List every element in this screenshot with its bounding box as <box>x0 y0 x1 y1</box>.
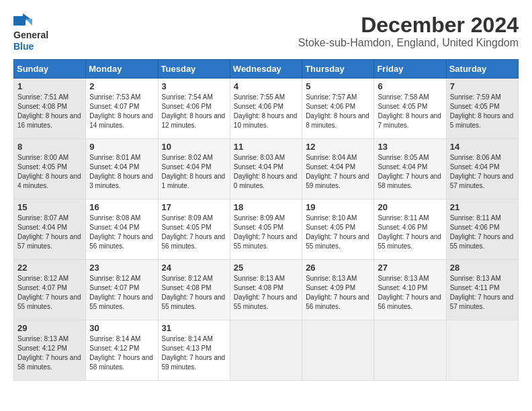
day-info: Sunrise: 8:05 AMSunset: 4:04 PMDaylight:… <box>378 153 442 191</box>
day-number: 2 <box>89 81 154 91</box>
calendar-row: 15Sunrise: 8:07 AMSunset: 4:04 PMDayligh… <box>14 199 519 259</box>
day-info: Sunrise: 8:01 AMSunset: 4:04 PMDaylight:… <box>89 153 154 191</box>
day-number: 22 <box>17 263 82 273</box>
day-info: Sunrise: 8:12 AMSunset: 4:07 PMDaylight:… <box>17 274 82 312</box>
calendar-cell: 12Sunrise: 8:04 AMSunset: 4:04 PMDayligh… <box>302 138 374 199</box>
calendar-row: 22Sunrise: 8:12 AMSunset: 4:07 PMDayligh… <box>14 259 519 320</box>
calendar-cell: 3Sunrise: 7:54 AMSunset: 4:06 PMDaylight… <box>158 78 230 138</box>
day-info: Sunrise: 8:13 AMSunset: 4:09 PMDaylight:… <box>306 274 370 312</box>
day-number: 29 <box>17 323 82 333</box>
day-number: 28 <box>450 263 515 273</box>
calendar-cell: 16Sunrise: 8:08 AMSunset: 4:04 PMDayligh… <box>86 199 158 259</box>
day-number: 24 <box>162 263 226 273</box>
day-info: Sunrise: 8:02 AMSunset: 4:04 PMDaylight:… <box>162 153 226 191</box>
day-info: Sunrise: 8:03 AMSunset: 4:04 PMDaylight:… <box>234 153 298 191</box>
day-number: 14 <box>450 142 515 152</box>
page-header: General Blue December 2024 Stoke-sub-Ham… <box>13 13 519 52</box>
header-saturday: Saturday <box>446 59 518 78</box>
day-info: Sunrise: 8:13 AMSunset: 4:10 PMDaylight:… <box>378 274 442 312</box>
calendar-cell: 31Sunrise: 8:14 AMSunset: 4:13 PMDayligh… <box>158 320 230 380</box>
day-number: 13 <box>378 142 442 152</box>
day-number: 1 <box>17 81 82 91</box>
calendar-cell: 7Sunrise: 7:59 AMSunset: 4:05 PMDaylight… <box>446 78 518 138</box>
day-info: Sunrise: 8:09 AMSunset: 4:05 PMDaylight:… <box>234 214 298 251</box>
header-wednesday: Wednesday <box>230 59 302 78</box>
calendar-cell: 9Sunrise: 8:01 AMSunset: 4:04 PMDaylight… <box>86 138 158 199</box>
day-info: Sunrise: 8:14 AMSunset: 4:13 PMDaylight:… <box>162 334 226 372</box>
day-info: Sunrise: 8:13 AMSunset: 4:08 PMDaylight:… <box>234 274 298 312</box>
calendar-row: 1Sunrise: 7:51 AMSunset: 4:08 PMDaylight… <box>14 78 519 138</box>
header-sunday: Sunday <box>14 59 86 78</box>
svg-marker-2 <box>26 19 32 26</box>
day-info: Sunrise: 7:55 AMSunset: 4:06 PMDaylight:… <box>234 93 298 130</box>
day-number: 9 <box>89 142 154 152</box>
title-block: December 2024 Stoke-sub-Hamdon, England,… <box>298 13 519 49</box>
calendar-cell: 22Sunrise: 8:12 AMSunset: 4:07 PMDayligh… <box>14 259 86 320</box>
day-number: 10 <box>162 142 226 152</box>
day-number: 30 <box>89 323 154 333</box>
calendar-cell <box>446 320 518 380</box>
day-number: 6 <box>378 81 442 91</box>
page-subtitle: Stoke-sub-Hamdon, England, United Kingdo… <box>298 37 519 49</box>
day-number: 12 <box>306 142 370 152</box>
calendar-cell: 5Sunrise: 7:57 AMSunset: 4:06 PMDaylight… <box>302 78 374 138</box>
day-info: Sunrise: 8:06 AMSunset: 4:04 PMDaylight:… <box>450 153 515 191</box>
calendar-cell: 13Sunrise: 8:05 AMSunset: 4:04 PMDayligh… <box>374 138 446 199</box>
day-info: Sunrise: 8:12 AMSunset: 4:08 PMDaylight:… <box>162 274 226 312</box>
day-number: 31 <box>162 323 226 333</box>
day-info: Sunrise: 8:07 AMSunset: 4:04 PMDaylight:… <box>17 214 82 251</box>
day-info: Sunrise: 8:12 AMSunset: 4:07 PMDaylight:… <box>89 274 154 312</box>
header-friday: Friday <box>374 59 446 78</box>
calendar-header-row: SundayMondayTuesdayWednesdayThursdayFrid… <box>14 59 519 78</box>
calendar-cell: 29Sunrise: 8:13 AMSunset: 4:12 PMDayligh… <box>14 320 86 380</box>
header-monday: Monday <box>86 59 158 78</box>
day-number: 20 <box>378 202 442 212</box>
calendar-cell <box>302 320 374 380</box>
calendar-cell: 18Sunrise: 8:09 AMSunset: 4:05 PMDayligh… <box>230 199 302 259</box>
day-number: 7 <box>450 81 515 91</box>
day-number: 21 <box>450 202 515 212</box>
day-info: Sunrise: 8:04 AMSunset: 4:04 PMDaylight:… <box>306 153 370 191</box>
day-number: 5 <box>306 81 370 91</box>
calendar-cell: 15Sunrise: 8:07 AMSunset: 4:04 PMDayligh… <box>14 199 86 259</box>
day-info: Sunrise: 8:00 AMSunset: 4:05 PMDaylight:… <box>17 153 82 191</box>
day-info: Sunrise: 7:51 AMSunset: 4:08 PMDaylight:… <box>17 93 82 130</box>
logo-icon <box>13 13 32 28</box>
day-number: 26 <box>306 263 370 273</box>
calendar-cell: 1Sunrise: 7:51 AMSunset: 4:08 PMDaylight… <box>14 78 86 138</box>
day-info: Sunrise: 8:14 AMSunset: 4:12 PMDaylight:… <box>89 334 154 372</box>
calendar-cell <box>230 320 302 380</box>
calendar-cell: 14Sunrise: 8:06 AMSunset: 4:04 PMDayligh… <box>446 138 518 199</box>
header-thursday: Thursday <box>302 59 374 78</box>
logo-general: General <box>13 30 48 40</box>
calendar-row: 29Sunrise: 8:13 AMSunset: 4:12 PMDayligh… <box>14 320 519 380</box>
day-info: Sunrise: 8:11 AMSunset: 4:06 PMDaylight:… <box>450 214 515 251</box>
calendar-cell: 20Sunrise: 8:11 AMSunset: 4:06 PMDayligh… <box>374 199 446 259</box>
calendar-cell: 25Sunrise: 8:13 AMSunset: 4:08 PMDayligh… <box>230 259 302 320</box>
calendar-table: SundayMondayTuesdayWednesdayThursdayFrid… <box>13 59 519 381</box>
day-info: Sunrise: 8:13 AMSunset: 4:12 PMDaylight:… <box>17 334 82 372</box>
day-info: Sunrise: 7:54 AMSunset: 4:06 PMDaylight:… <box>162 93 226 130</box>
day-info: Sunrise: 7:53 AMSunset: 4:07 PMDaylight:… <box>89 93 154 130</box>
calendar-cell: 30Sunrise: 8:14 AMSunset: 4:12 PMDayligh… <box>86 320 158 380</box>
calendar-cell: 28Sunrise: 8:13 AMSunset: 4:11 PMDayligh… <box>446 259 518 320</box>
calendar-cell: 19Sunrise: 8:10 AMSunset: 4:05 PMDayligh… <box>302 199 374 259</box>
calendar-cell: 4Sunrise: 7:55 AMSunset: 4:06 PMDaylight… <box>230 78 302 138</box>
calendar-cell: 27Sunrise: 8:13 AMSunset: 4:10 PMDayligh… <box>374 259 446 320</box>
day-number: 16 <box>89 202 154 212</box>
day-number: 27 <box>378 263 442 273</box>
logo: General Blue <box>13 13 48 52</box>
day-info: Sunrise: 7:59 AMSunset: 4:05 PMDaylight:… <box>450 93 515 130</box>
day-number: 11 <box>234 142 298 152</box>
day-number: 18 <box>234 202 298 212</box>
day-number: 19 <box>306 202 370 212</box>
day-info: Sunrise: 8:09 AMSunset: 4:05 PMDaylight:… <box>162 214 226 251</box>
day-info: Sunrise: 8:08 AMSunset: 4:04 PMDaylight:… <box>89 214 154 251</box>
day-info: Sunrise: 8:11 AMSunset: 4:06 PMDaylight:… <box>378 214 442 251</box>
day-number: 15 <box>17 202 82 212</box>
calendar-cell: 17Sunrise: 8:09 AMSunset: 4:05 PMDayligh… <box>158 199 230 259</box>
day-info: Sunrise: 8:13 AMSunset: 4:11 PMDaylight:… <box>450 274 515 312</box>
calendar-cell: 24Sunrise: 8:12 AMSunset: 4:08 PMDayligh… <box>158 259 230 320</box>
calendar-cell: 11Sunrise: 8:03 AMSunset: 4:04 PMDayligh… <box>230 138 302 199</box>
day-number: 8 <box>17 142 82 152</box>
